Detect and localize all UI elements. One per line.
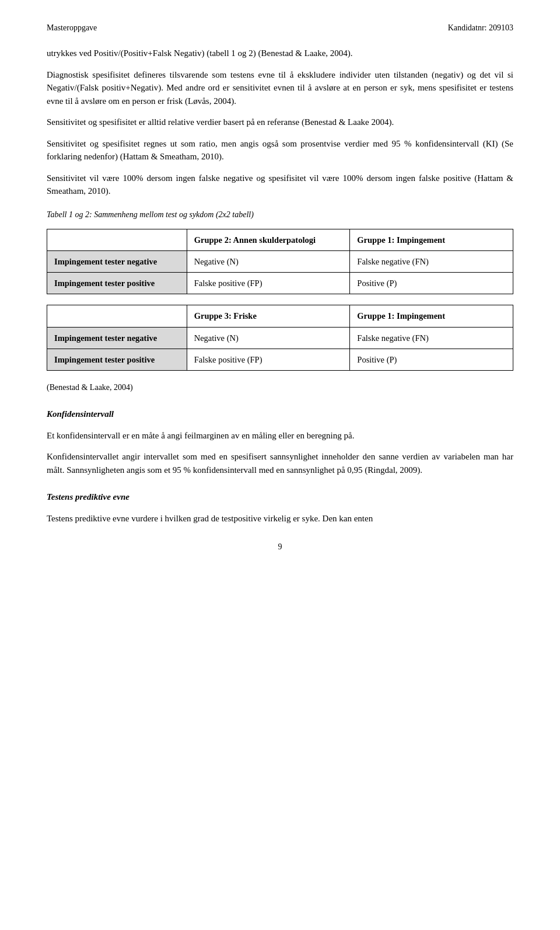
section2-heading: Testens prediktive evne — [47, 490, 513, 504]
header-right: Kandidatnr: 209103 — [448, 23, 513, 33]
page-number: 9 — [278, 542, 282, 551]
section1-paragraph-2: Konfidensintervallet angir intervallet s… — [47, 450, 513, 476]
paragraph-4: Sensitivitet og spesifisitet regnes ut s… — [47, 137, 513, 163]
header-left: Masteroppgave — [47, 23, 97, 33]
section1-paragraph-1: Et konfidensintervall er en måte å angi … — [47, 429, 513, 443]
table2-col1-header — [47, 305, 187, 327]
table2-row2-col3: Positive (P) — [350, 349, 513, 370]
table2-source: (Benestad & Laake, 2004) — [47, 381, 513, 393]
table1-row1-col2: Negative (N) — [187, 250, 350, 272]
table1-col3-header: Gruppe 1: Impingement — [350, 229, 513, 250]
table1-col1-header — [47, 229, 187, 250]
table1-row2-col2: Falske positive (FP) — [187, 273, 350, 294]
section2-paragraph-1: Testens prediktive evne vurdere i hvilke… — [47, 512, 513, 525]
table1-row1-header: Impingement tester negative — [47, 250, 187, 272]
paragraph-2: Diagnostisk spesifisitet defineres tilsv… — [47, 68, 513, 108]
table1-col2-header: Gruppe 2: Annen skulderpatologi — [187, 229, 350, 250]
table2-col2-header: Gruppe 3: Friske — [187, 305, 350, 327]
table2-col3-header: Gruppe 1: Impingement — [350, 305, 513, 327]
table2-row1-col2: Negative (N) — [187, 327, 350, 349]
table1-row2-header: Impingement tester positive — [47, 273, 187, 294]
paragraph-5: Sensitivitet vil være 100% dersom ingen … — [47, 172, 513, 198]
table1-caption: Tabell 1 og 2: Sammenheng mellom test og… — [47, 208, 513, 221]
table2-row1-header: Impingement tester negative — [47, 327, 187, 349]
table1: Gruppe 2: Annen skulderpatologi Gruppe 1… — [47, 229, 513, 295]
table2: Gruppe 3: Friske Gruppe 1: Impingement I… — [47, 305, 513, 371]
table2-row2-col2: Falske positive (FP) — [187, 349, 350, 370]
table1-row1-col3: Falske negative (FN) — [350, 250, 513, 272]
paragraph-3: Sensitivitet og spesifisitet er alltid r… — [47, 116, 513, 129]
paragraph-1: utrykkes ved Positiv/(Positiv+Falsk Nega… — [47, 47, 513, 60]
section1-heading: Konfidensintervall — [47, 407, 513, 421]
table2-row1-col3: Falske negative (FN) — [350, 327, 513, 349]
table1-row2-col3: Positive (P) — [350, 273, 513, 294]
table2-row2-header: Impingement tester positive — [47, 349, 187, 370]
